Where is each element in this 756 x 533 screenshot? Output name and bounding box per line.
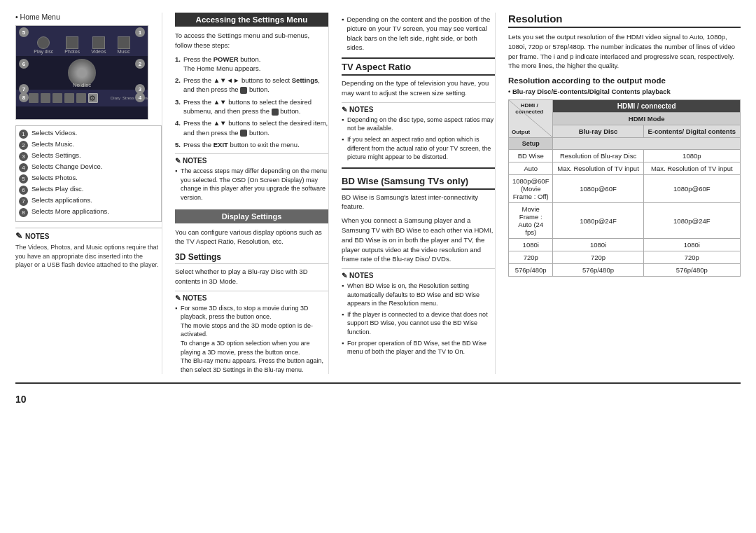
econtents-header: E-contents/ Digital contents (643, 125, 740, 138)
num-badge-2: 2 (19, 141, 28, 150)
step-5: 5. Press the EXIT button to exit the men… (175, 140, 328, 149)
bluray-label: • Blu-ray Disc/E-contents/Digital Conten… (508, 88, 741, 95)
bdwise-col2: 1080p (643, 150, 740, 162)
col1-notes-title: ✎ NOTES (15, 231, 162, 241)
app3-icon (52, 93, 62, 103)
notes-icon-5: ✎ (342, 106, 347, 113)
step-4: 4. Press the ▲▼ buttons to select the de… (175, 118, 328, 137)
num-badge-4: 4 (19, 163, 28, 172)
accessing-header: Accessing the Settings Menu (175, 13, 328, 27)
table-row-1080i: 1080i 1080i 1080i (509, 239, 741, 251)
accessing-intro: To access the Settings menu and sub-menu… (175, 31, 328, 50)
display-settings-text: You can configure various display option… (175, 228, 328, 247)
numbered-item-7: 7 Selects applications. (19, 196, 158, 206)
table-row-bdwise: BD Wise Resolution of Blu-ray Disc 1080p (509, 150, 741, 162)
table-row-movieframe: Movie Frame :Auto (24 fps) 1080p@24F 108… (509, 203, 741, 239)
step-num-1: 1. (175, 55, 181, 74)
576p-col2: 576p/480p (643, 264, 740, 277)
table-row-576p: 576p/480p 576p/480p 576p/480p (509, 264, 741, 277)
content-notes-box: Depending on the content and the positio… (342, 13, 495, 52)
step-num-2: 2. (175, 76, 181, 95)
table-row-720p: 720p 720p 720p (509, 251, 741, 264)
table-diagonal-cell: HDMI / connected Output (509, 100, 553, 138)
hm-photos-icon: Photos (64, 36, 80, 54)
notes-icon-2: ✎ (175, 157, 181, 165)
enter-button-icon-3 (240, 130, 247, 137)
settings-icon: ⚙ (88, 93, 98, 103)
badge-1: 1 (135, 27, 145, 37)
auto-col1: Max. Resolution of TV input (553, 162, 643, 175)
auto-col2: Max. Resolution of TV input (643, 162, 740, 175)
svg-line-0 (509, 100, 552, 137)
page-wrapper: • Home Menu 5 1 Play disc Photos (15, 13, 741, 405)
hm-videos-icon: Videos (91, 36, 106, 54)
col2-3d-notes: ✎ NOTES For some 3D discs, to stop a mov… (175, 291, 328, 375)
app1-icon (29, 93, 38, 103)
numbered-item-4: 4 Selects Change Device. (19, 162, 158, 172)
bd-wise-notes: ✎ NOTES When BD Wise is on, the Resoluti… (342, 268, 495, 357)
1080p60-setup: 1080p@60F(Movie Frame : Off) (509, 175, 553, 203)
1080p60-col2: 1080p@60F (643, 175, 740, 203)
column-1: • Home Menu 5 1 Play disc Photos (15, 13, 162, 374)
720p-col1: 720p (553, 251, 643, 264)
col2-3d-notes-item: For some 3D discs, to stop a movie durin… (175, 304, 328, 375)
badge-2: 2 (135, 59, 145, 69)
numbered-item-6: 6 Selects Play disc. (19, 185, 158, 195)
bd-wise-header: BD Wise (Samsung TVs only) (342, 176, 495, 190)
hm-music-icon: Music (117, 36, 130, 54)
display-settings-header: Display Settings (175, 209, 328, 223)
num-badge-6: 6 (19, 186, 28, 195)
movieframe-setup: Movie Frame :Auto (24 fps) (509, 203, 553, 239)
step-2: 2. Press the ▲▼◄► buttons to select Sett… (175, 76, 328, 95)
bdwise-setup: BD Wise (509, 150, 553, 162)
col1-notes-text: The Videos, Photos, and Music options re… (15, 243, 162, 270)
app5-icon (76, 93, 86, 103)
app2-icon (41, 93, 50, 103)
720p-setup: 720p (509, 251, 553, 264)
content-note-1: Depending on the content and the positio… (342, 15, 495, 52)
num-badge-5: 5 (19, 174, 28, 184)
hdmi-mode-header: HDMI Mode (553, 113, 741, 125)
step-3: 3. Press the ▲▼ buttons to select the de… (175, 97, 328, 116)
main-content: • Home Menu 5 1 Play disc Photos (15, 13, 741, 374)
3d-settings-header: 3D Settings (175, 252, 328, 264)
app4-icon (64, 93, 74, 103)
col1-notes: ✎ NOTES The Videos, Photos, and Music op… (15, 228, 162, 270)
notes-icon-3: ✎ (175, 294, 181, 302)
tv-ratio-note-1: Depending on the disc type, some aspect … (342, 116, 495, 133)
column-2: Accessing the Settings Menu To access th… (175, 13, 329, 374)
setup-header: Setup (509, 138, 553, 150)
bdwise-col1: Resolution of Blu-ray Disc (553, 150, 643, 162)
tv-ratio-header: TV Aspect Ratio (342, 62, 495, 76)
col2-notes: ✎ NOTES The access steps may differ depe… (175, 153, 328, 202)
movieframe-col2: 1080p@24F (643, 203, 740, 239)
setup-header-note (553, 138, 741, 150)
numbered-item-1: 1 Selects Videos. (19, 129, 158, 139)
badge-6: 6 (19, 59, 29, 69)
badge-5: 5 (19, 27, 29, 37)
step-num-3: 3. (175, 97, 181, 116)
hdmi-connected-header: HDMI / connected (553, 100, 741, 113)
3d-settings-intro: Select whether to play a Blu-ray Disc wi… (175, 267, 328, 286)
hm-playdisk-icon: Play disc (34, 36, 53, 54)
badge-4: 4 (135, 92, 145, 102)
badge-8: 8 (19, 92, 29, 102)
page-footer: 10 (15, 382, 741, 405)
numbered-item-2: 2 Selects Music. (19, 140, 158, 150)
tv-ratio-note-2: If you select an aspect ratio and option… (342, 135, 495, 162)
num-badge-1: 1 (19, 130, 28, 139)
table-row-1080p60: 1080p@60F(Movie Frame : Off) 1080p@60F 1… (509, 175, 741, 203)
step-num-4: 4. (175, 118, 181, 137)
no-disc-label: No disc (73, 82, 92, 88)
column-4: Resolution Lets you set the output resol… (508, 13, 741, 374)
enter-button-icon-2 (272, 109, 279, 116)
numbered-item-8: 8 Selects More applications. (19, 207, 158, 217)
576p-col1: 576p/480p (553, 264, 643, 277)
num-badge-7: 7 (19, 197, 28, 206)
movieframe-col1: 1080p@24F (553, 203, 643, 239)
resolution-intro: Lets you set the output resolution of th… (508, 32, 741, 71)
diagonal-line (509, 100, 552, 137)
bd-wise-intro: BD Wise is Samsung's latest inter-connec… (342, 193, 495, 212)
resolution-sub-header: Resolution according to the output mode (508, 76, 741, 85)
tv-ratio-divider (342, 57, 495, 59)
